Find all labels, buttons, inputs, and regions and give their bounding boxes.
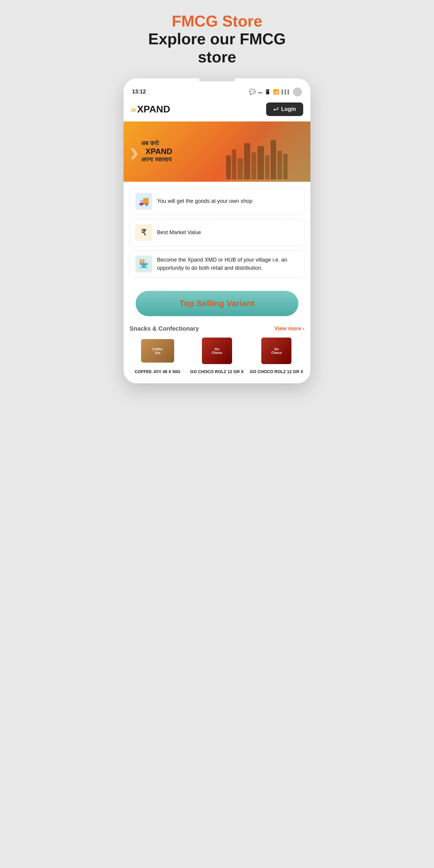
top-selling-button[interactable]: Top Selling Variant (135, 291, 299, 316)
subtitle: Explore our FMCG store (148, 30, 286, 66)
product-card-2[interactable]: GoChoco GO CHOCO ROLZ 12 GR X (249, 336, 304, 374)
top-selling-label: Top Selling Variant (179, 299, 255, 308)
feature-item-hub: 🏪 Become the Xpand XMD or HUB of your vi… (130, 250, 304, 278)
logo: » XPAND (131, 103, 170, 115)
product-name-2: GO CHOCO ROLZ 12 GR X (250, 369, 303, 374)
login-label: Login (281, 106, 296, 113)
signal-icon: ▬ (258, 90, 262, 94)
product-image-0: CoffeeJoy (140, 336, 176, 366)
brand-title: FMCG Store (148, 12, 286, 30)
market-icon-box: ₹ (135, 224, 152, 241)
delivery-icon-box: 🚚 (135, 193, 152, 210)
logo-chevrons: » (131, 103, 136, 115)
snacks-header: Snacks & Confectionary View more › (124, 319, 310, 336)
banner-crowd (226, 121, 310, 182)
store-icon: 🏪 (139, 259, 149, 269)
login-icon: ⮐ (273, 106, 279, 113)
feature-item-market: ₹ Best Market Value (130, 219, 304, 246)
signal-bars-icon: ▌▌▌ (281, 90, 290, 94)
app-header: » XPAND ⮐ Login (124, 99, 310, 121)
status-bar: 13:12 💬 ▬ 📳 📶 ▌▌▌ (124, 83, 310, 99)
login-button[interactable]: ⮐ Login (266, 102, 303, 116)
feature-delivery-text: You will get the goods at your own shop (157, 197, 253, 205)
whatsapp-icon: 💬 (249, 89, 255, 95)
logo-name: XPAND (137, 104, 170, 115)
product-name-0: COFFEE JOY 48 X 50G (135, 369, 180, 374)
product-name-1: GO CHOCO ROLZ 12 GR X (190, 369, 244, 374)
vibrate-icon: 📳 (265, 89, 271, 95)
battery-icon (293, 87, 302, 96)
wifi-icon: 📶 (273, 89, 279, 95)
view-more-button[interactable]: View more › (274, 326, 304, 332)
top-selling-section: Top Selling Variant (124, 291, 310, 316)
product-card-1[interactable]: GoChoco GO CHOCO ROLZ 12 GR X (189, 336, 245, 374)
features-section: 🚚 You will get the goods at your own sho… (124, 182, 310, 284)
product-card-0[interactable]: CoffeeJoy COFFEE JOY 48 X 50G (130, 336, 185, 374)
status-icons: 💬 ▬ 📳 📶 ▌▌▌ (249, 87, 302, 96)
banner-xpand: »»XPANDXPAND (141, 147, 173, 156)
view-more-chevron: › (303, 326, 304, 332)
product-image-1: GoChoco (199, 336, 235, 366)
banner-text: अब करो »»XPANDXPAND अपना व्यवसाय (141, 140, 173, 163)
feature-hub-text: Become the Xpand XMD or HUB of your vill… (157, 256, 299, 272)
notch (199, 79, 235, 82)
products-grid: CoffeeJoy COFFEE JOY 48 X 50G GoChoco GO… (124, 336, 310, 383)
banner-chevron: › (130, 138, 138, 165)
truck-icon: 🚚 (138, 196, 149, 206)
rupee-icon: ₹ (141, 227, 147, 238)
view-more-label: View more (274, 326, 301, 332)
snacks-title: Snacks & Confectionary (130, 325, 199, 332)
banner-ab-karo: अब करो (141, 140, 173, 147)
page-header: FMCG Store Explore our FMCG store (148, 12, 286, 66)
hero-banner: › अब करो »»XPANDXPAND अपना व्यवसाय (124, 121, 310, 182)
product-image-2: GoChoco (258, 336, 294, 366)
phone-frame: 13:12 💬 ▬ 📳 📶 ▌▌▌ » XPAND ⮐ Login › अब क… (124, 79, 310, 383)
feature-market-text: Best Market Value (157, 228, 201, 237)
banner-apna-vyavsay: अपना व्यवसाय (141, 156, 173, 163)
feature-item-delivery: 🚚 You will get the goods at your own sho… (130, 188, 304, 215)
hub-icon-box: 🏪 (135, 255, 152, 273)
status-time: 13:12 (132, 89, 146, 95)
